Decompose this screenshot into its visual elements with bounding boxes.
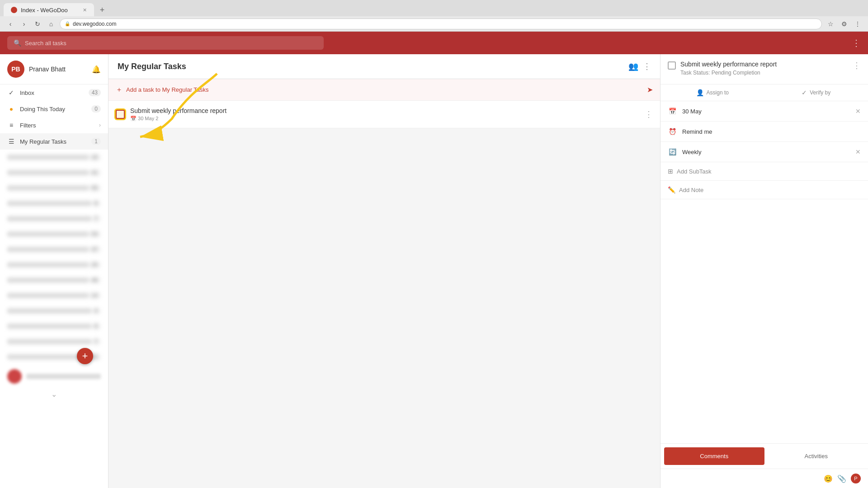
tab-comments[interactable]: Comments [664,447,764,465]
blurred-count-11: 4 [91,307,101,314]
sidebar-item-blurred-6[interactable]: 53 [0,226,108,242]
calendar-icon: 📅 [668,107,677,116]
task-list-actions: 👥 ⋮ [628,61,651,71]
home-button[interactable]: ⌂ [46,19,56,29]
search-input[interactable] [25,40,317,47]
calendar-mini-icon: 📅 [130,116,137,121]
task-more-icon[interactable]: ⋮ [645,109,653,119]
emoji-icon[interactable]: 😊 [824,474,833,483]
add-note-row[interactable]: ✏️ Add Note [660,181,868,199]
avatar: PB [7,61,24,78]
task-list-more-icon[interactable]: ⋮ [643,61,651,71]
inbox-label: Inbox [20,89,34,96]
recur-close-icon[interactable]: ✕ [855,148,861,155]
assign-to-button[interactable]: 👤 Assign to [660,84,764,101]
blurred-count-1: 16 [89,154,101,161]
menu-button[interactable]: ⋮ [853,19,863,29]
active-tab[interactable]: Index - WeGoDoo ✕ [4,3,94,17]
attachment-icon[interactable]: 📎 [837,474,846,483]
toolbar-right: ☆ ⚙ ⋮ [826,19,863,29]
add-subtask-label: Add SubTask [677,168,712,175]
assign-to-icon: 👤 [696,89,704,96]
sidebar-item-blurred-7[interactable]: 37 [0,242,108,257]
blurred-count-5: 7 [91,215,101,222]
search-input-wrap[interactable]: 🔍 [7,36,324,50]
date-row[interactable]: 📅 30 May ✕ [660,101,868,122]
sidebar-down-chevron[interactable]: ⌄ [0,388,108,400]
sidebar-item-blurred-8[interactable]: 25 [0,257,108,272]
task-status: Task Status: Pending Completion [680,68,848,78]
task-item-1[interactable]: Submit weekly performance report 📅 30 Ma… [108,101,660,128]
assign-users-icon[interactable]: 👥 [628,61,638,71]
tabs-row: Comments Activities [662,446,866,467]
header-menu-icon[interactable]: ⋮ [852,38,861,48]
profile-icon[interactable]: P [851,474,861,483]
right-panel-footer: 😊 📎 P [660,469,868,488]
date-close-icon[interactable]: ✕ [855,108,861,115]
notification-bell-icon[interactable]: 🔔 [92,65,101,74]
right-panel-task-checkbox[interactable] [668,61,676,70]
remind-label: Remind me [682,128,861,135]
sidebar-item-doing-today[interactable]: ● Doing This Today 0 [0,101,108,117]
reload-button[interactable]: ↻ [33,19,42,29]
sidebar-item-blurred-1[interactable]: 16 [0,150,108,165]
blurred-count-12: 6 [91,323,101,330]
blurred-count-4: 6 [91,200,101,207]
sidebar-item-blurred-2[interactable]: 41 [0,165,108,180]
url-text: dev.wegodoo.com [73,21,117,27]
sidebar-item-filters[interactable]: ≡ Filters › [0,117,108,133]
verify-by-label: Verify by [810,89,830,96]
tab-close-button[interactable]: ✕ [83,7,87,13]
back-button[interactable]: ‹ [5,19,15,29]
recur-row[interactable]: 🔄 Weekly ✕ [660,142,868,162]
add-icon: ＋ [116,85,123,94]
add-subtask-row[interactable]: ⊞ Add SubTask [660,162,868,181]
task-checkbox-1[interactable] [116,110,125,119]
lock-icon: 🔒 [65,21,70,26]
add-task-placeholder: Add a task to My Regular Tasks [126,86,209,93]
bookmark-button[interactable]: ☆ [826,19,835,29]
header-right: ⋮ [852,38,861,48]
sidebar-item-blurred-12[interactable]: 6 [0,319,108,334]
main-content: My Regular Tasks 👥 ⋮ ＋ Add a task to My … [108,54,660,488]
task-item-container: Submit weekly performance report 📅 30 Ma… [108,101,660,128]
remind-row[interactable]: ⏰ Remind me [660,122,868,142]
address-bar[interactable]: 🔒 dev.wegodoo.com [60,19,822,29]
task-content-1: Submit weekly performance report 📅 30 Ma… [130,107,645,122]
add-task-fab[interactable]: + [77,348,93,364]
user-name: Pranav Bhatt [29,66,66,73]
tab-activities[interactable]: Activities [766,446,867,467]
search-bar: 🔍 ⋮ [0,32,868,54]
sidebar-item-blurred-10[interactable]: 14 [0,288,108,303]
filters-label: Filters [20,122,36,129]
sidebar-bottom-name [26,374,101,379]
sidebar-item-blurred-5[interactable]: 7 [0,211,108,226]
task-status-value: Pending Completion [712,70,760,76]
sidebar-item-blurred-3[interactable]: 55 [0,180,108,196]
settings-button[interactable]: ⚙ [839,19,849,29]
sidebar-item-blurred-9[interactable]: 46 [0,272,108,288]
right-panel: Submit weekly performance report Task St… [660,54,868,488]
recur-label: Weekly [682,149,855,155]
right-panel-header: Submit weekly performance report Task St… [660,54,868,84]
sidebar-item-my-regular-tasks[interactable]: ☰ My Regular Tasks 1 [0,133,108,150]
verify-by-button[interactable]: ✓ Verify by [764,84,868,101]
forward-button[interactable]: › [19,19,29,29]
send-task-button[interactable]: ➤ [647,85,653,94]
blurred-count-3: 55 [89,184,101,192]
sidebar-item-blurred-11[interactable]: 4 [0,303,108,319]
assign-to-label: Assign to [707,89,729,96]
right-panel-more-icon[interactable]: ⋮ [853,61,861,70]
app-body: PB Pranav Bhatt 🔔 ✓ Inbox 43 ● Doing Thi… [0,54,868,488]
task-title-1: Submit weekly performance report [130,107,645,114]
sidebar-item-inbox[interactable]: ✓ Inbox 43 [0,84,108,101]
sidebar-item-blurred-4[interactable]: 6 [0,196,108,211]
new-tab-button[interactable]: + [96,4,108,16]
task-list-header: My Regular Tasks 👥 ⋮ [108,54,660,79]
sidebar-item-blurred-13[interactable]: 7 [0,334,108,349]
blurred-count-9: 46 [89,277,101,284]
chevron-down-icon: ⌄ [51,390,57,399]
right-panel-body: 📅 30 May ✕ ⏰ Remind me 🔄 Weekly ✕ ⊞ Add … [660,101,868,443]
add-task-row[interactable]: ＋ Add a task to My Regular Tasks ➤ [108,79,660,101]
verify-by-icon: ✓ [802,89,807,96]
